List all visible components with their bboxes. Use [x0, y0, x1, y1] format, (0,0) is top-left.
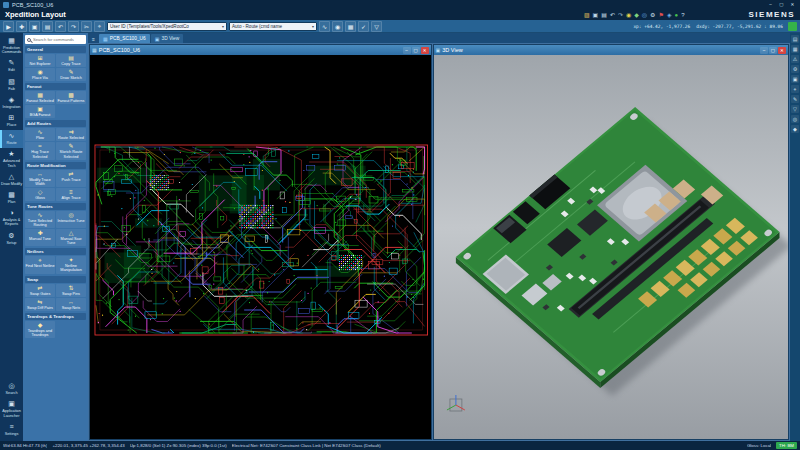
lock-icon[interactable]: ◉	[626, 11, 631, 19]
cmd-manual-saw-tune[interactable]: △Manual Saw Tune	[56, 229, 86, 246]
grid-toggle-icon[interactable]: ▦	[345, 21, 356, 32]
cmd-swap-gates[interactable]: ⇄Swap Gates	[25, 284, 55, 297]
pcb-2d-window-titlebar[interactable]: ▦ PCB_SC100_U6 – ▢ ✕	[90, 45, 431, 55]
navrail-item-setup[interactable]: ⚙Setup	[0, 230, 23, 248]
cmd-swap-nets[interactable]: ↔Swap Nets	[56, 298, 86, 311]
undo-icon[interactable]: ↶	[55, 21, 66, 32]
navrail-item-prediction-commands[interactable]: ▦Prediction Commands	[0, 35, 23, 57]
section-header-swap[interactable]: Swap	[25, 276, 86, 283]
maximize-button[interactable]: ▢	[412, 47, 420, 54]
gear-icon[interactable]: ⚙	[650, 11, 655, 19]
pad-entry-icon[interactable]: ◉	[332, 21, 343, 32]
section-header-fanout[interactable]: Fanout	[25, 83, 86, 90]
cmd-draw-sketch[interactable]: ✎Draw Sketch	[56, 68, 86, 81]
view-3d-icon[interactable]: ▣	[791, 75, 799, 83]
cmd-fanout-selected[interactable]: ▦Fanout Selected	[25, 91, 55, 104]
pcb-2d-canvas[interactable]	[90, 55, 431, 439]
cmd-bga-fanout[interactable]: ▣BGA Fanout	[25, 105, 55, 118]
navrail-item-fab[interactable]: ▧Fab	[0, 76, 23, 94]
cmd-teardrops-and-teardrops[interactable]: ◆Teardrops and Teardrops	[25, 321, 55, 338]
minimize-button[interactable]: –	[766, 1, 775, 8]
section-header-tune-routes[interactable]: Tune Routes	[25, 203, 86, 210]
redo-icon[interactable]: ↷	[618, 11, 623, 19]
hazards-icon[interactable]: ⚠	[791, 55, 799, 63]
navrail-item-place[interactable]: ⊞Place	[0, 112, 23, 130]
maximize-button[interactable]: ▢	[769, 47, 777, 54]
cmd-find-next-netline[interactable]: ⌖Find Next Netline	[25, 256, 55, 273]
select-tool-icon[interactable]: ▶	[3, 21, 14, 32]
save-icon[interactable]: ▣	[29, 21, 40, 32]
close-button[interactable]: ✕	[788, 1, 797, 8]
filter-icon[interactable]: ▽	[791, 105, 799, 113]
redo-icon[interactable]: ↷	[68, 21, 79, 32]
editor-control-icon[interactable]: ⚙	[791, 65, 799, 73]
cmd-hug-trace-selected[interactable]: ≈Hug Trace Selected	[25, 142, 55, 159]
cmd-fanout-patterns[interactable]: ▩Fanout Patterns	[56, 91, 86, 104]
search-panel-icon[interactable]: ◎	[791, 115, 799, 123]
sheet-icon[interactable]: ▤	[42, 21, 53, 32]
help-icon[interactable]: ?	[681, 11, 684, 19]
pin-panel-icon[interactable]: ◆	[791, 125, 799, 133]
cmd-plow[interactable]: ∿Plow	[25, 128, 55, 141]
tabstrip-menu-icon[interactable]: ≡	[89, 34, 98, 43]
navrail-item-plan[interactable]: ▩Plan	[0, 189, 23, 207]
close-button[interactable]: ✕	[421, 47, 429, 54]
section-header-add-routes[interactable]: Add Routes	[25, 120, 86, 127]
mode-combobox[interactable]: Auto - Route (cmd name ▾	[229, 22, 317, 31]
navrail-item-advanced-tech[interactable]: ★Advanced Tech	[0, 148, 23, 170]
cmd-interactive-tune[interactable]: ◎Interactive Tune	[56, 211, 86, 228]
minimize-button[interactable]: –	[760, 47, 768, 54]
navrail-item-settings[interactable]: ≡Settings	[0, 421, 23, 439]
open-file-icon[interactable]: ▨	[584, 11, 590, 19]
measure-icon[interactable]: ⌖	[791, 85, 799, 93]
status-dot-icon[interactable]: ●	[675, 11, 679, 19]
print-icon[interactable]: ▤	[601, 11, 607, 19]
section-header-general[interactable]: General	[25, 46, 86, 53]
view-3d-window-titlebar[interactable]: ▣ 3D View – ▢ ✕	[434, 45, 788, 55]
navrail-item-draw-modify[interactable]: △Draw Modify	[0, 171, 23, 189]
globe-icon[interactable]: ◎	[642, 11, 647, 19]
scheme-combobox[interactable]: User ID (Templates/Tools/XpedRootCo ▾	[107, 22, 227, 31]
close-button[interactable]: ✕	[778, 47, 786, 54]
cmd-modify-trace-width[interactable]: ↔Modify Trace Width	[25, 170, 55, 187]
cmd-route-selected[interactable]: ⇉Route Selected	[56, 128, 86, 141]
section-header-netlines[interactable]: Netlines	[25, 248, 86, 255]
pcb-3d-canvas[interactable]	[434, 55, 788, 439]
notes-icon[interactable]: ✎	[791, 95, 799, 103]
filter-icon[interactable]: ▽	[371, 21, 382, 32]
cmd-swap-pins[interactable]: ⇅Swap Pins	[56, 284, 86, 297]
cmd-sketch-route-selected[interactable]: ✎Sketch Route Selected	[56, 142, 86, 159]
add-item-icon[interactable]: ✚	[16, 21, 27, 32]
command-searchbox[interactable]	[25, 35, 86, 44]
drc-check-icon[interactable]: ✓	[358, 21, 369, 32]
cmd-align-trace[interactable]: ≡Align Trace	[56, 188, 86, 201]
cut-icon[interactable]: ✂	[81, 21, 92, 32]
protect-icon[interactable]: ◆	[634, 11, 639, 19]
navrail-item-search[interactable]: ◎Search	[0, 380, 23, 398]
section-header-route-modification[interactable]: Route Modification	[25, 162, 86, 169]
navrail-item-edit[interactable]: ✎Edit	[0, 57, 23, 75]
info-icon[interactable]: ◈	[667, 11, 672, 19]
cmd-manual-tune[interactable]: ✚Manual Tune	[25, 229, 55, 246]
search-input[interactable]	[33, 37, 84, 42]
cmd-swap-diff-pairs[interactable]: ⇆Swap Diff Pairs	[25, 298, 55, 311]
undo-icon[interactable]: ↶	[610, 11, 615, 19]
origin-icon[interactable]: ⌖	[94, 21, 105, 32]
navrail-item-application-launcher[interactable]: ▣Application Launcher	[0, 398, 23, 420]
display-control-icon[interactable]: ▤	[791, 35, 799, 43]
minimize-button[interactable]: –	[403, 47, 411, 54]
flag-icon[interactable]: ⚑	[659, 11, 664, 19]
cmd-place-via[interactable]: ◉Place Via	[25, 68, 55, 81]
doc-tab-pcb-sc100-u6[interactable]: ▦PCB_SC100_U6	[99, 34, 150, 43]
doc-tab-3d-view[interactable]: ▣3D View	[151, 34, 184, 43]
save-icon[interactable]: ▣	[593, 11, 599, 19]
navrail-item-analysis-reports[interactable]: ◑Analysis & Reports	[0, 207, 23, 229]
cmd-gloss[interactable]: ◇Gloss	[25, 188, 55, 201]
maximize-button[interactable]: ▢	[777, 1, 786, 8]
navrail-item-integration[interactable]: ◈Integration	[0, 94, 23, 112]
route-mode-icon[interactable]: ∿	[319, 21, 330, 32]
navrail-item-route[interactable]: ∿Route	[0, 130, 23, 148]
cmd-netline-manipulation[interactable]: ✦Netline Manipulation	[56, 256, 86, 273]
cmd-net-explorer[interactable]: ⊞Net Explorer	[25, 54, 55, 67]
cmd-push-trace[interactable]: ⇄Push Trace	[56, 170, 86, 187]
